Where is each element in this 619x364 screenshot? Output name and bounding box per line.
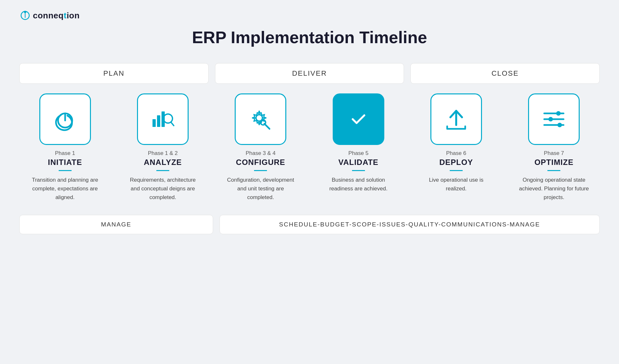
svg-point-17 — [548, 117, 553, 121]
phase-group-close: CLOSE — [410, 63, 600, 84]
step-desc-configure: Configuration, development and unit test… — [225, 176, 296, 202]
step-divider-deploy — [450, 170, 463, 171]
step-desc-deploy: Live operational use is realized. — [421, 176, 492, 193]
step-divider-analyze — [156, 170, 169, 171]
step-divider-optimize — [547, 170, 560, 171]
step-divider-configure — [254, 170, 267, 171]
step-phase-validate: Phase 5 — [348, 150, 368, 157]
steps-row: Phase 1 INITIATE Transition and planning… — [19, 93, 600, 202]
step-desc-analyze: Requirements, architecture and conceptua… — [127, 176, 198, 202]
phase-group-deliver: DELIVER — [215, 63, 404, 84]
svg-point-12 — [348, 109, 369, 129]
timeline: PLAN DELIVER CLOSE Phase 1 INITIATE Tran… — [19, 63, 600, 234]
step-initiate: Phase 1 INITIATE Transition and planning… — [19, 93, 111, 202]
step-name-configure: CONFIGURE — [236, 158, 285, 167]
step-icon-box-validate — [333, 93, 384, 145]
step-desc-validate: Business and solution readiness are achi… — [323, 176, 394, 193]
step-divider-validate — [352, 170, 365, 171]
step-optimize: Phase 7 OPTIMIZE Ongoing operational sta… — [508, 93, 600, 202]
check-circle-icon — [346, 106, 371, 132]
step-icon-box-optimize — [528, 93, 580, 145]
step-name-initiate: INITIATE — [48, 158, 82, 167]
step-divider-initiate — [59, 170, 72, 171]
step-name-deploy: DEPLOY — [439, 158, 473, 167]
analytics-icon — [150, 106, 176, 132]
bottom-row: MANAGE SCHEDULE-BUDGET-SCOPE-ISSUES-QUAL… — [19, 215, 600, 234]
phase-groups-row: PLAN DELIVER CLOSE — [19, 63, 600, 84]
step-icon-box-deploy — [430, 93, 482, 145]
step-icon-box-configure — [235, 93, 286, 145]
page-title: ERP Implementation Timeline — [192, 28, 427, 47]
step-validate: Phase 5 VALIDATE Business and solution r… — [313, 93, 404, 202]
step-desc-initiate: Transition and planning are complete, ex… — [30, 176, 101, 202]
step-phase-initiate: Phase 1 — [55, 150, 75, 157]
step-configure: Phase 3 & 4 CONFIGURE Configuration, dev… — [215, 93, 306, 202]
step-phase-optimize: Phase 7 — [544, 150, 564, 157]
logo-icon — [19, 10, 31, 21]
step-icon-box-initiate — [39, 93, 91, 145]
svg-rect-4 — [152, 119, 156, 127]
step-analyze: Phase 1 & 2 ANALYZE Requirements, archit… — [117, 93, 208, 202]
logo: conneqtion — [19, 10, 80, 21]
bottom-manage: MANAGE — [19, 215, 213, 234]
svg-line-8 — [171, 122, 174, 126]
step-name-optimize: OPTIMIZE — [535, 158, 574, 167]
svg-rect-5 — [157, 115, 160, 127]
phase-group-plan: PLAN — [19, 63, 209, 84]
step-name-analyze: ANALYZE — [144, 158, 182, 167]
svg-point-19 — [557, 123, 562, 127]
logo-text: conneqtion — [33, 11, 80, 21]
step-name-validate: VALIDATE — [338, 158, 378, 167]
svg-point-15 — [556, 111, 561, 116]
step-deploy: Phase 6 DEPLOY Live operational use is r… — [410, 93, 502, 202]
step-desc-optimize: Ongoing operational state achieved. Plan… — [518, 176, 589, 202]
step-phase-deploy: Phase 6 — [446, 150, 466, 157]
power-icon — [52, 106, 78, 132]
settings-icon — [248, 106, 273, 132]
sliders-icon — [541, 106, 567, 132]
step-icon-box-analyze — [137, 93, 189, 145]
step-phase-configure: Phase 3 & 4 — [246, 150, 276, 157]
svg-point-1 — [24, 11, 26, 13]
bottom-schedule: SCHEDULE-BUDGET-SCOPE-ISSUES-QUALITY-COM… — [220, 215, 600, 234]
upload-icon — [443, 106, 469, 132]
step-phase-analyze: Phase 1 & 2 — [148, 150, 178, 157]
